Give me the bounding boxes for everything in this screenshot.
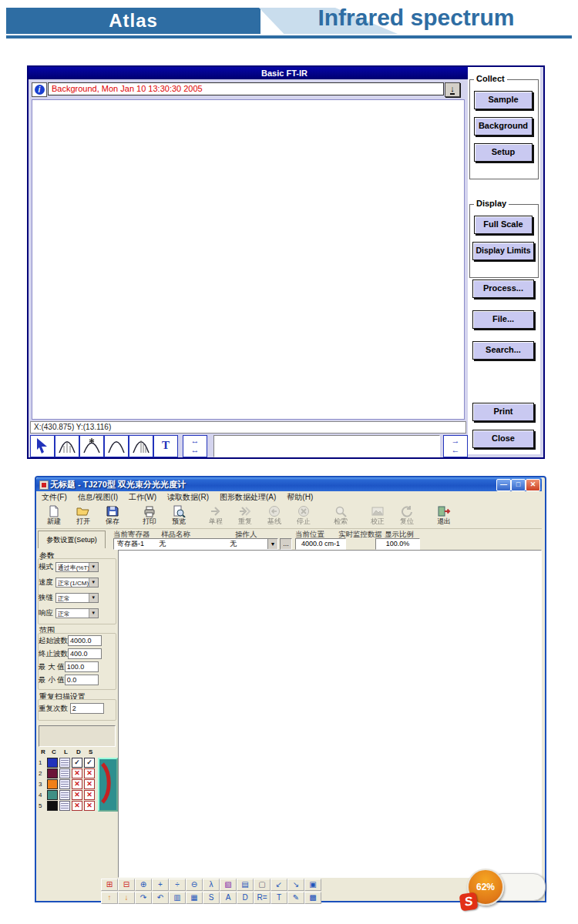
search-button[interactable]: Search... <box>472 341 534 360</box>
slit-select[interactable]: 正常▼ <box>55 593 99 603</box>
toolbar-button-exit[interactable]: 退出 <box>429 503 459 527</box>
file-button[interactable]: File... <box>472 310 534 329</box>
full-range-tool[interactable]: ↔↔ <box>183 435 207 457</box>
chart-tool-row2-3[interactable]: ↷ <box>135 892 152 904</box>
ftir-spectrum-chart[interactable] <box>32 100 464 419</box>
register-save-checkbox[interactable]: ✕ <box>84 801 95 811</box>
register-display-checkbox[interactable]: ✕ <box>72 768 82 778</box>
spectrum-title-field[interactable]: Background, Mon Jan 10 13:30:30 2005 <box>48 82 444 95</box>
tab-parameter-setup[interactable]: 参数设置(Setup) <box>38 531 106 548</box>
chart-tool-row1-3[interactable]: ⊕ <box>135 879 152 891</box>
register-list-icon[interactable] <box>59 768 70 778</box>
ftir-titlebar[interactable]: Basic FT-IR <box>29 67 540 79</box>
chart-tool-row1-9[interactable]: ▤ <box>237 879 254 891</box>
chart-tool-row1-8[interactable]: ▧ <box>220 879 237 891</box>
start-wavenumber-input[interactable]: 4000.0 <box>68 635 102 646</box>
end-wavenumber-input[interactable]: 400.0 <box>68 648 102 659</box>
toolbar-button-save[interactable]: 保存 <box>98 503 127 527</box>
process-button[interactable]: Process... <box>472 280 534 298</box>
speed-select[interactable]: 正常(1/CM)▼ <box>55 578 99 588</box>
chart-tool-row2-10[interactable]: R= <box>254 892 271 904</box>
band-tool[interactable] <box>104 435 129 457</box>
register-color-swatch[interactable] <box>47 758 58 768</box>
register-color-swatch[interactable] <box>47 801 58 811</box>
dropdown-arrow-icon[interactable]: ▼ <box>89 594 98 602</box>
chart-tool-row2-2[interactable]: ↓ <box>118 892 135 904</box>
sogou-input-logo[interactable]: S <box>459 892 479 912</box>
chart-tool-row2-8[interactable]: A <box>220 892 237 904</box>
scroll-spectrum-button[interactable]: →← <box>443 435 468 457</box>
dropdown-arrow-icon[interactable]: ▼ <box>89 563 98 571</box>
register-display-checkbox[interactable]: ✕ <box>72 801 82 811</box>
menu-graph-processing[interactable]: 图形数据处理(A) <box>214 493 281 501</box>
close-button[interactable]: Close <box>472 430 534 448</box>
max-value-input[interactable]: 100.0 <box>65 661 99 672</box>
curve-style-button[interactable] <box>98 758 118 812</box>
text-annotation-tool[interactable]: T <box>153 435 178 457</box>
sample-button[interactable]: Sample <box>474 91 533 109</box>
chart-tool-row1-13[interactable]: ▣ <box>304 879 321 891</box>
dropdown-arrow-icon[interactable]: ▼ <box>89 578 98 587</box>
chart-tool-row2-9[interactable]: D <box>237 892 254 904</box>
register-color-swatch[interactable] <box>47 790 58 800</box>
register-color-swatch[interactable] <box>47 768 58 778</box>
chart-tool-row2-6[interactable]: ▦ <box>186 892 203 904</box>
spectrum-overview-strip[interactable] <box>213 435 440 457</box>
chart-tool-row1-7[interactable]: λ <box>203 879 220 891</box>
chart-tool-row1-2[interactable]: ⊟ <box>118 879 135 891</box>
register-save-checkbox[interactable]: ✓ <box>84 758 95 768</box>
register-save-checkbox[interactable]: ✕ <box>84 790 95 800</box>
minimize-button[interactable]: — <box>496 479 511 491</box>
register-display-checkbox[interactable]: ✕ <box>72 790 82 800</box>
register-list-icon[interactable] <box>59 790 70 800</box>
chart-tool-row2-1[interactable]: ↑ <box>101 892 118 904</box>
toolbar-button-open[interactable]: 打开 <box>69 503 98 527</box>
close-window-button[interactable]: ✕ <box>526 479 540 491</box>
chart-tool-row2-13[interactable]: ▩ <box>304 892 321 904</box>
combo-dropdown-icon[interactable]: ▼ <box>267 539 277 549</box>
toolbar-button-new[interactable]: 新建 <box>39 503 69 527</box>
menu-info-view[interactable]: 信息/视图(I) <box>72 493 123 501</box>
chart-tool-row2-4[interactable]: ↶ <box>152 892 169 904</box>
chart-tool-row1-11[interactable]: ↙ <box>271 879 287 891</box>
register-display-checkbox[interactable]: ✕ <box>72 779 82 789</box>
chart-tool-row2-12[interactable]: ✎ <box>287 892 304 904</box>
register-save-checkbox[interactable]: ✕ <box>84 768 95 778</box>
menu-help[interactable]: 帮助(H) <box>281 493 318 501</box>
band-fill-tool[interactable] <box>129 435 153 457</box>
menu-read-data[interactable]: 读取数据(R) <box>162 493 214 501</box>
dropdown-arrow-icon[interactable]: ▼ <box>89 609 98 618</box>
chart-tool-row2-11[interactable]: T <box>271 892 287 904</box>
more-button[interactable]: ... <box>280 538 292 550</box>
maximize-button[interactable]: □ <box>511 479 526 491</box>
tj270-titlebar[interactable]: 无标题 - TJ270型 双光束分光光度计 — □ ✕ <box>36 477 542 491</box>
setup-button[interactable]: Setup <box>474 143 533 162</box>
chart-tool-row1-4[interactable]: + <box>152 879 169 891</box>
register-list-icon[interactable] <box>59 758 70 768</box>
register-combo[interactable]: 寄存器-1 无 无 ▼ <box>113 538 278 550</box>
tj270-chart[interactable] <box>119 551 539 875</box>
select-cursor-tool[interactable] <box>30 435 55 457</box>
peak-marker-tool[interactable] <box>79 435 104 457</box>
register-color-swatch[interactable] <box>47 779 58 789</box>
chart-tool-row2-5[interactable]: ▥ <box>169 892 186 904</box>
register-display-checkbox[interactable]: ✓ <box>72 758 82 768</box>
chart-tool-row1-10[interactable]: ▢ <box>254 879 271 891</box>
peak-pick-tool[interactable] <box>55 435 79 457</box>
menu-file[interactable]: 文件(F) <box>36 493 72 501</box>
register-save-checkbox[interactable]: ✕ <box>84 779 95 789</box>
register-list-icon[interactable] <box>59 779 70 789</box>
spectrum-dropdown-button[interactable]: ↓ <box>445 82 460 97</box>
chart-tool-row1-5[interactable]: ÷ <box>169 879 186 891</box>
repeat-count-input[interactable]: 2 <box>70 703 104 714</box>
display-limits-button[interactable]: Display Limits <box>472 242 534 260</box>
background-button[interactable]: Background <box>474 117 533 136</box>
toolbar-button-print[interactable]: 打印 <box>135 503 164 527</box>
chart-tool-row1-12[interactable]: ↘ <box>287 879 304 891</box>
menu-work[interactable]: 工作(W) <box>123 493 162 501</box>
register-list-icon[interactable] <box>59 801 70 811</box>
chart-tool-row1-1[interactable]: ⊞ <box>101 879 118 891</box>
chart-tool-row1-6[interactable]: ⊖ <box>186 879 203 891</box>
chart-tool-row2-7[interactable]: S <box>203 892 220 904</box>
min-value-input[interactable]: 0.0 <box>65 675 99 685</box>
